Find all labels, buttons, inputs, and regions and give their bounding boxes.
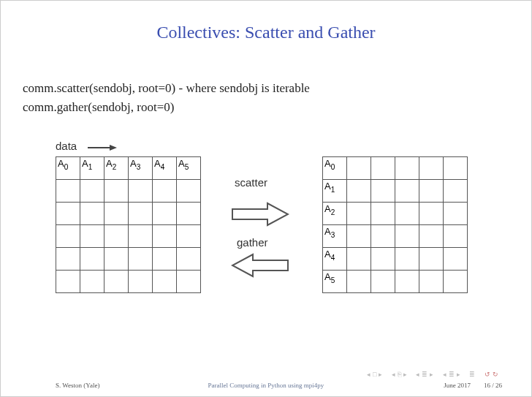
nav-mode-icon[interactable]: ≣	[469, 371, 477, 378]
body-text: comm.scatter(sendobj, root=0) - where se…	[23, 79, 502, 116]
data-label: data	[56, 140, 77, 152]
gather-label: gather	[237, 236, 268, 249]
cell-r-A5: A5	[323, 271, 347, 293]
slide-title: Collectives: Scatter and Gather	[30, 23, 502, 42]
scatter-arrow-icon	[231, 202, 289, 227]
svg-marker-1	[110, 145, 117, 151]
gather-arrow-icon	[231, 253, 289, 278]
code-line-scatter: comm.scatter(sendobj, root=0) - where se…	[23, 79, 502, 98]
cell-r-A3: A3	[323, 225, 347, 248]
cell-r-A4: A4	[323, 248, 347, 271]
nav-prev-icon[interactable]: ◂⎘▸	[392, 371, 409, 378]
beamer-nav-icons: ◂□▸ ◂⎘▸ ◂≣▸ ◂≣▸ ≣ ↺↻	[365, 371, 502, 378]
scatter-label: scatter	[235, 176, 267, 189]
slide-footer: S. Weston (Yale) Parallel Computing in P…	[1, 379, 531, 392]
nav-first-icon[interactable]: ◂□▸	[367, 371, 384, 378]
nav-loop-icon[interactable]: ↺↻	[484, 371, 501, 378]
cell-A3: A3	[129, 157, 153, 180]
footer-author: S. Weston (Yale)	[56, 382, 99, 389]
cell-r-A1: A1	[323, 180, 347, 203]
svg-marker-3	[232, 254, 288, 276]
cell-A0: A0	[56, 157, 80, 180]
nav-next-icon[interactable]: ◂≣▸	[443, 371, 463, 378]
cell-A2: A2	[104, 157, 129, 180]
code-line-gather: comm.gather(sendobj, root=0)	[23, 98, 502, 117]
right-grid: A0 A1 A2 A3 A4 A5	[322, 156, 468, 293]
cell-A5: A5	[177, 157, 201, 180]
cell-A4: A4	[153, 157, 177, 180]
cell-r-A0: A0	[323, 157, 347, 180]
left-grid: A0 A1 A2 A3 A4 A5	[56, 156, 201, 293]
nav-section-icon[interactable]: ◂≣▸	[416, 371, 436, 378]
data-arrow-icon	[88, 144, 117, 151]
footer-title: Parallel Computing in Python using mpi4p…	[208, 382, 324, 389]
svg-marker-2	[232, 203, 288, 225]
footer-date: June 2017	[444, 382, 471, 389]
cell-r-A2: A2	[323, 203, 347, 225]
scatter-gather-diagram: data A0 A1 A2 A3 A4 A5 scatter gather	[56, 140, 494, 315]
cell-A1: A1	[80, 157, 104, 180]
footer-page: 16 / 26	[484, 382, 502, 389]
